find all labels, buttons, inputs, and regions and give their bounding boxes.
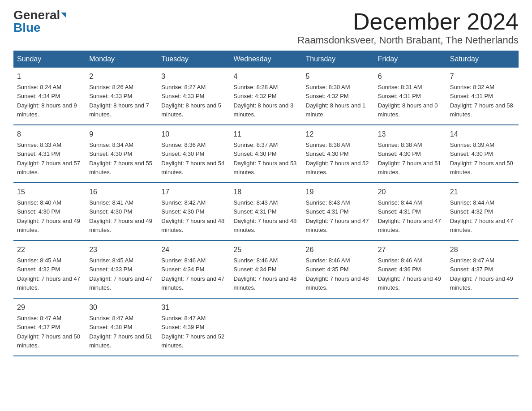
day-info: Sunrise: 8:34 AMSunset: 4:30 PMDaylight:… [89, 141, 152, 176]
day-number: 3 [161, 71, 226, 82]
calendar-cell: 17Sunrise: 8:42 AMSunset: 4:30 PMDayligh… [158, 183, 230, 240]
day-header-thursday: Thursday [302, 51, 374, 68]
calendar-body: 1Sunrise: 8:24 AMSunset: 4:34 PMDaylight… [13, 68, 519, 356]
day-number: 24 [161, 244, 226, 255]
day-number: 26 [306, 244, 371, 255]
day-info: Sunrise: 8:47 AMSunset: 4:37 PMDaylight:… [450, 257, 513, 291]
day-number: 11 [233, 129, 298, 140]
title-section: December 2024 Raamsdonksveer, North Brab… [297, 9, 519, 46]
day-info: Sunrise: 8:38 AMSunset: 4:30 PMDaylight:… [306, 141, 369, 176]
calendar-cell: 8Sunrise: 8:33 AMSunset: 4:31 PMDaylight… [13, 125, 86, 183]
logo: General Blue [13, 9, 66, 34]
calendar-cell: 2Sunrise: 8:26 AMSunset: 4:33 PMDaylight… [86, 68, 158, 125]
day-number: 5 [306, 71, 371, 82]
calendar-cell: 14Sunrise: 8:39 AMSunset: 4:30 PMDayligh… [446, 125, 519, 183]
day-number: 23 [89, 244, 154, 255]
day-info: Sunrise: 8:46 AMSunset: 4:36 PMDaylight:… [378, 257, 441, 291]
day-number: 8 [17, 129, 82, 140]
day-number: 14 [450, 129, 515, 140]
day-info: Sunrise: 8:45 AMSunset: 4:33 PMDaylight:… [89, 257, 152, 291]
day-header-saturday: Saturday [446, 51, 519, 68]
calendar-cell: 3Sunrise: 8:27 AMSunset: 4:33 PMDaylight… [158, 68, 230, 125]
calendar-cell: 5Sunrise: 8:30 AMSunset: 4:32 PMDaylight… [302, 68, 374, 125]
days-of-week-row: SundayMondayTuesdayWednesdayThursdayFrid… [13, 51, 519, 68]
day-info: Sunrise: 8:37 AMSunset: 4:30 PMDaylight:… [233, 141, 296, 176]
calendar-cell: 29Sunrise: 8:47 AMSunset: 4:37 PMDayligh… [13, 298, 86, 356]
week-row-1: 1Sunrise: 8:24 AMSunset: 4:34 PMDaylight… [13, 68, 519, 125]
day-info: Sunrise: 8:46 AMSunset: 4:34 PMDaylight:… [233, 257, 296, 291]
calendar-cell: 11Sunrise: 8:37 AMSunset: 4:30 PMDayligh… [230, 125, 302, 183]
day-number: 13 [378, 129, 443, 140]
day-number: 6 [378, 71, 443, 82]
calendar-cell: 30Sunrise: 8:47 AMSunset: 4:38 PMDayligh… [86, 298, 158, 356]
day-info: Sunrise: 8:42 AMSunset: 4:30 PMDaylight:… [161, 199, 224, 233]
calendar-cell: 16Sunrise: 8:41 AMSunset: 4:30 PMDayligh… [86, 183, 158, 240]
day-number: 16 [89, 187, 154, 197]
day-number: 18 [233, 187, 298, 197]
day-number: 10 [161, 129, 226, 140]
logo-triangle-icon [61, 13, 66, 18]
day-info: Sunrise: 8:41 AMSunset: 4:30 PMDaylight:… [89, 199, 152, 233]
calendar-cell: 24Sunrise: 8:46 AMSunset: 4:34 PMDayligh… [158, 240, 230, 298]
page-header: General Blue December 2024 Raamsdonksvee… [13, 9, 519, 46]
day-number: 25 [233, 244, 298, 255]
calendar-cell: 1Sunrise: 8:24 AMSunset: 4:34 PMDaylight… [13, 68, 86, 125]
calendar-cell: 25Sunrise: 8:46 AMSunset: 4:34 PMDayligh… [230, 240, 302, 298]
calendar-cell [230, 298, 302, 356]
calendar-cell: 27Sunrise: 8:46 AMSunset: 4:36 PMDayligh… [374, 240, 446, 298]
calendar-cell: 23Sunrise: 8:45 AMSunset: 4:33 PMDayligh… [86, 240, 158, 298]
day-number: 4 [233, 71, 298, 82]
day-number: 29 [17, 302, 82, 313]
calendar-cell: 4Sunrise: 8:28 AMSunset: 4:32 PMDaylight… [230, 68, 302, 125]
day-number: 7 [450, 71, 515, 82]
day-number: 22 [17, 244, 82, 255]
calendar-header: SundayMondayTuesdayWednesdayThursdayFrid… [13, 51, 519, 68]
week-row-2: 8Sunrise: 8:33 AMSunset: 4:31 PMDaylight… [13, 125, 519, 183]
day-info: Sunrise: 8:47 AMSunset: 4:39 PMDaylight:… [161, 315, 224, 349]
month-title: December 2024 [297, 9, 519, 34]
day-info: Sunrise: 8:33 AMSunset: 4:31 PMDaylight:… [17, 141, 80, 176]
week-row-4: 22Sunrise: 8:45 AMSunset: 4:32 PMDayligh… [13, 240, 519, 298]
calendar-cell [446, 298, 519, 356]
day-info: Sunrise: 8:47 AMSunset: 4:38 PMDaylight:… [89, 315, 152, 349]
day-info: Sunrise: 8:43 AMSunset: 4:31 PMDaylight:… [233, 199, 296, 233]
calendar-cell: 28Sunrise: 8:47 AMSunset: 4:37 PMDayligh… [446, 240, 519, 298]
day-number: 15 [17, 187, 82, 197]
day-info: Sunrise: 8:38 AMSunset: 4:30 PMDaylight:… [378, 141, 441, 176]
day-info: Sunrise: 8:27 AMSunset: 4:33 PMDaylight:… [161, 84, 221, 118]
calendar-cell: 31Sunrise: 8:47 AMSunset: 4:39 PMDayligh… [158, 298, 230, 356]
calendar-cell: 7Sunrise: 8:32 AMSunset: 4:31 PMDaylight… [446, 68, 519, 125]
day-info: Sunrise: 8:46 AMSunset: 4:34 PMDaylight:… [161, 257, 224, 291]
calendar-table: SundayMondayTuesdayWednesdayThursdayFrid… [13, 51, 519, 356]
day-header-tuesday: Tuesday [158, 51, 230, 68]
calendar-cell: 9Sunrise: 8:34 AMSunset: 4:30 PMDaylight… [86, 125, 158, 183]
day-info: Sunrise: 8:24 AMSunset: 4:34 PMDaylight:… [17, 84, 77, 118]
day-info: Sunrise: 8:45 AMSunset: 4:32 PMDaylight:… [17, 257, 80, 291]
location-title: Raamsdonksveer, North Brabant, The Nethe… [297, 34, 519, 46]
day-number: 12 [306, 129, 371, 140]
calendar-cell: 18Sunrise: 8:43 AMSunset: 4:31 PMDayligh… [230, 183, 302, 240]
day-number: 19 [306, 187, 371, 197]
calendar-cell: 12Sunrise: 8:38 AMSunset: 4:30 PMDayligh… [302, 125, 374, 183]
week-row-5: 29Sunrise: 8:47 AMSunset: 4:37 PMDayligh… [13, 298, 519, 356]
calendar-cell: 13Sunrise: 8:38 AMSunset: 4:30 PMDayligh… [374, 125, 446, 183]
day-info: Sunrise: 8:47 AMSunset: 4:37 PMDaylight:… [17, 315, 80, 349]
day-header-sunday: Sunday [13, 51, 86, 68]
day-header-monday: Monday [86, 51, 158, 68]
day-info: Sunrise: 8:28 AMSunset: 4:32 PMDaylight:… [233, 84, 293, 118]
day-number: 27 [378, 244, 443, 255]
day-info: Sunrise: 8:32 AMSunset: 4:31 PMDaylight:… [450, 84, 513, 118]
day-number: 2 [89, 71, 154, 82]
day-number: 1 [17, 71, 82, 82]
calendar-cell: 22Sunrise: 8:45 AMSunset: 4:32 PMDayligh… [13, 240, 86, 298]
day-number: 31 [161, 302, 226, 313]
calendar-cell: 19Sunrise: 8:43 AMSunset: 4:31 PMDayligh… [302, 183, 374, 240]
day-number: 17 [161, 187, 226, 197]
day-number: 20 [378, 187, 443, 197]
calendar-cell: 15Sunrise: 8:40 AMSunset: 4:30 PMDayligh… [13, 183, 86, 240]
day-number: 9 [89, 129, 154, 140]
calendar-cell: 20Sunrise: 8:44 AMSunset: 4:31 PMDayligh… [374, 183, 446, 240]
day-info: Sunrise: 8:36 AMSunset: 4:30 PMDaylight:… [161, 141, 224, 176]
calendar-cell [302, 298, 374, 356]
day-info: Sunrise: 8:30 AMSunset: 4:32 PMDaylight:… [306, 84, 366, 118]
